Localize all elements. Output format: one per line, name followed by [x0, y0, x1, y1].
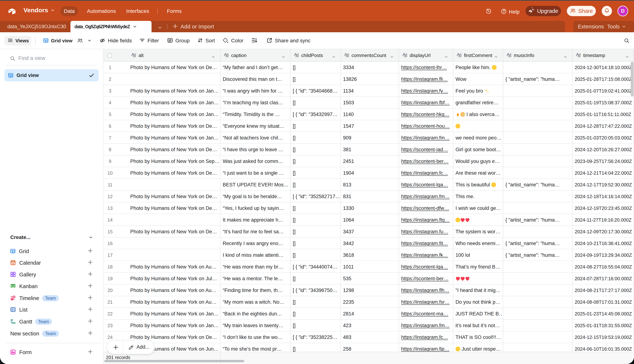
svg-text:31: 31 — [12, 262, 14, 264]
